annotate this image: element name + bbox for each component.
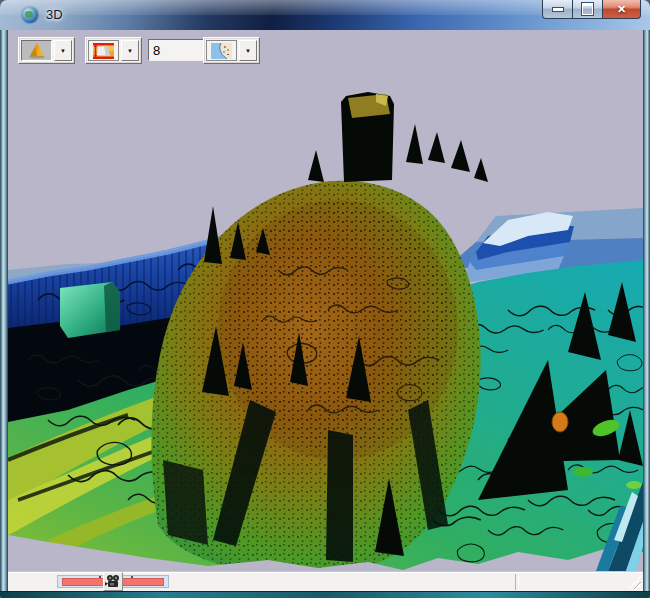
window-border-right[interactable] [643, 30, 650, 591]
statusbar [8, 571, 643, 591]
resize-grip[interactable] [628, 576, 641, 589]
maximize-restore-icon [582, 3, 593, 15]
close-button[interactable]: ✕ [603, 0, 641, 19]
dropdown-arrow-icon[interactable]: ▼ [239, 40, 257, 61]
movie-camera-icon [105, 574, 121, 589]
vertical-exaggeration-icon [88, 40, 119, 61]
statusbar-separator [515, 574, 519, 590]
animation-slider[interactable] [57, 574, 169, 590]
minimize-button[interactable] [542, 0, 573, 19]
window-border-bottom[interactable] [0, 591, 650, 598]
chart-overlay-button[interactable]: ▼ [203, 37, 260, 64]
nautical-chart-icon [206, 40, 237, 61]
view-style-button[interactable]: ▼ [18, 37, 75, 64]
slider-bar-right[interactable] [122, 578, 164, 586]
pyramid-3d-icon [21, 40, 52, 61]
window-title: 3D [46, 7, 63, 22]
vertical-exaggeration-button[interactable]: ▼ [85, 37, 142, 64]
vertical-exaggeration-input[interactable] [148, 39, 204, 61]
maximize-button[interactable] [573, 0, 603, 19]
teal-block [60, 282, 120, 338]
minimize-icon [553, 8, 563, 11]
terrain-3d-scene [8, 30, 643, 571]
viewport-3d[interactable] [8, 30, 643, 571]
window-3d: 3D ✕ [0, 0, 650, 598]
globe-icon [22, 7, 38, 23]
dropdown-arrow-icon[interactable]: ▼ [54, 40, 72, 61]
window-controls: ✕ [542, 0, 641, 19]
slider-thumb[interactable] [103, 572, 123, 591]
dropdown-arrow-icon[interactable]: ▼ [121, 40, 139, 61]
screen: 3D ✕ [0, 0, 650, 598]
slider-bar-left[interactable] [62, 578, 104, 586]
close-icon: ✕ [617, 3, 626, 16]
window-border-left[interactable] [0, 30, 8, 591]
